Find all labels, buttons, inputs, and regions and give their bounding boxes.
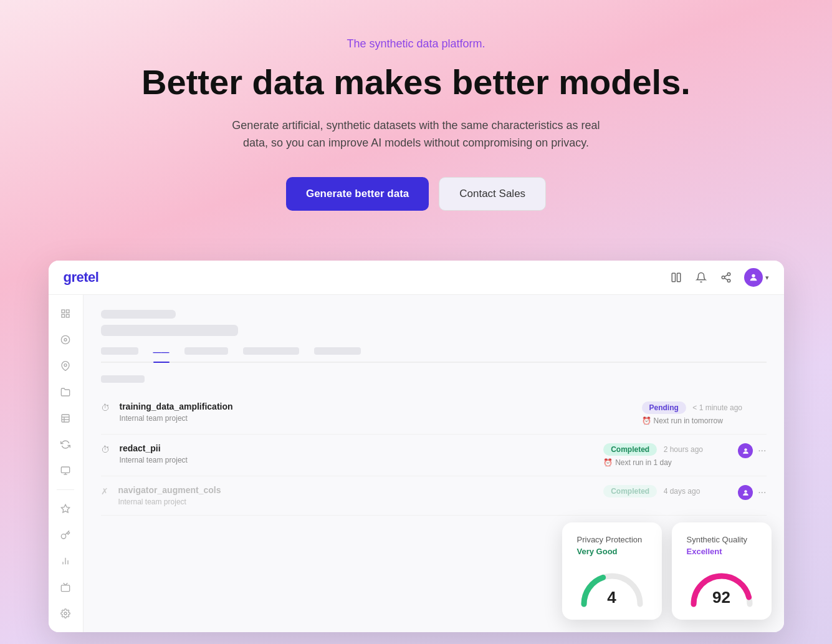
avatar-button[interactable]: ▾ [744, 268, 769, 287]
main-layout: —— ⏱ training_d [49, 295, 784, 632]
hero-buttons: Generate better data Contact Sales [12, 177, 820, 211]
tab-skeleton-5 [314, 347, 361, 355]
tab-skeleton-1 [101, 347, 138, 355]
sidebar-gear-icon[interactable] [54, 602, 77, 625]
bell-icon[interactable] [694, 271, 708, 284]
svg-rect-11 [66, 315, 69, 318]
svg-point-12 [61, 336, 69, 344]
next-run-1: ⏰ Next run in tomorrow [642, 416, 767, 425]
book-icon[interactable] [669, 271, 683, 284]
share-icon[interactable] [719, 271, 733, 284]
sidebar-key-icon[interactable] [54, 524, 77, 546]
sidebar-chart-icon[interactable] [54, 550, 77, 572]
row-project-3: Internal team project [118, 497, 594, 506]
hero-subtitle: Generate artificial, synthetic datasets … [223, 117, 610, 153]
tab-3[interactable] [184, 347, 228, 362]
tab-5[interactable] [314, 347, 361, 362]
row-history-icon-3: ✗ [101, 486, 108, 496]
row-dots-3[interactable]: ··· [758, 487, 766, 498]
sidebar-dashboard-icon[interactable] [54, 329, 77, 351]
chevron-down-icon: ▾ [765, 274, 769, 282]
tab-skeleton-3 [184, 347, 228, 355]
row-name-2: redact_pii [120, 443, 594, 453]
table-row: ✗ navigator_augment_cols Internal team p… [101, 476, 767, 516]
svg-point-30 [744, 490, 747, 493]
sidebar-folder-icon[interactable] [54, 381, 77, 403]
sidebar-table-icon[interactable] [54, 407, 77, 430]
row-avatar-2 [738, 443, 753, 458]
quality-value: 92 [712, 588, 730, 607]
tab-active-label: —— [153, 347, 170, 357]
sidebar-sync-icon[interactable] [54, 433, 77, 456]
clock-icon: ⏰ [642, 416, 651, 425]
sidebar-monitor-icon[interactable] [54, 459, 77, 482]
tab-1[interactable] [101, 347, 138, 362]
sidebar-tag-icon[interactable] [54, 497, 77, 520]
sidebar-grid-icon[interactable] [54, 302, 77, 325]
next-run-2: ⏰ Next run in 1 day [603, 458, 728, 467]
row-history-icon: ⏱ [101, 403, 110, 413]
data-table: ⏱ training_data_amplification Internal t… [101, 393, 767, 516]
time-ago-2: 2 hours ago [664, 445, 703, 454]
sidebar-divider [57, 489, 74, 490]
status-badge-completed: Completed [603, 443, 657, 456]
quality-card-label: Synthetic Quality [687, 535, 757, 544]
svg-rect-0 [672, 273, 675, 282]
svg-point-3 [722, 276, 725, 279]
table-row: ⏱ training_data_amplification Internal t… [101, 393, 767, 435]
svg-point-23 [61, 534, 65, 539]
svg-point-28 [64, 612, 67, 615]
clock-icon-2: ⏰ [603, 458, 613, 467]
svg-point-29 [744, 448, 747, 451]
skeleton-subtitle [101, 325, 238, 336]
hero-tagline: The synthetic data platform. [12, 37, 820, 50]
svg-point-7 [752, 274, 755, 277]
avatar [744, 268, 763, 287]
sidebar-caption-icon[interactable] [54, 576, 77, 598]
privacy-card: Privacy Protection Very Good 4 [562, 522, 662, 620]
hero-section: The synthetic data platform. Better data… [0, 0, 832, 242]
floating-cards: Privacy Protection Very Good 4 S [562, 522, 772, 620]
tab-4[interactable] [243, 347, 299, 362]
time-ago-3: 4 days ago [664, 487, 701, 496]
status-badge-dim: Completed [603, 485, 657, 497]
row-avatar-3 [738, 485, 753, 500]
quality-gauge: 92 [687, 564, 756, 607]
sidebar-location-icon[interactable] [54, 355, 77, 377]
svg-rect-19 [61, 467, 69, 473]
privacy-card-label: Privacy Protection [577, 535, 647, 544]
top-bar-icons: ▾ [669, 268, 769, 287]
svg-rect-10 [62, 315, 65, 318]
row-project-2: Internal team project [120, 456, 594, 464]
row-meta-3: ··· [738, 485, 766, 500]
top-bar: gretel ▾ [49, 261, 784, 295]
privacy-value: 4 [607, 588, 616, 607]
sidebar [49, 295, 84, 632]
row-name-3: navigator_augment_cols [118, 485, 594, 495]
row-info-3: navigator_augment_cols Internal team pro… [118, 485, 594, 506]
svg-rect-27 [61, 585, 69, 592]
table-row: ⏱ redact_pii Internal team project Compl… [101, 435, 767, 476]
svg-point-14 [64, 364, 67, 367]
content-area: —— ⏱ training_d [84, 295, 784, 632]
row-dots-2[interactable]: ··· [758, 445, 766, 456]
row-project-1: Internal team project [120, 414, 632, 423]
generate-button[interactable]: Generate better data [286, 177, 429, 211]
svg-rect-8 [62, 310, 65, 313]
row-status-1: Pending < 1 minute ago ⏰ Next run in tom… [642, 401, 767, 425]
section-skeleton [101, 375, 145, 383]
gretel-logo: gretel [64, 269, 99, 286]
svg-rect-9 [66, 310, 69, 313]
privacy-gauge: 4 [578, 564, 646, 607]
svg-rect-1 [677, 273, 680, 282]
contact-sales-button[interactable]: Contact Sales [439, 177, 546, 211]
row-status-2: Completed 2 hours ago ⏰ Next run in 1 da… [603, 443, 728, 467]
svg-point-4 [727, 279, 730, 282]
svg-line-5 [724, 278, 727, 280]
tab-2[interactable]: —— [153, 347, 170, 362]
tab-skeleton-4 [243, 347, 299, 355]
privacy-status: Very Good [577, 547, 647, 556]
time-ago-1: < 1 minute ago [692, 403, 742, 412]
quality-status: Excellent [687, 547, 757, 556]
quality-card: Synthetic Quality Excellent 92 [672, 522, 772, 620]
